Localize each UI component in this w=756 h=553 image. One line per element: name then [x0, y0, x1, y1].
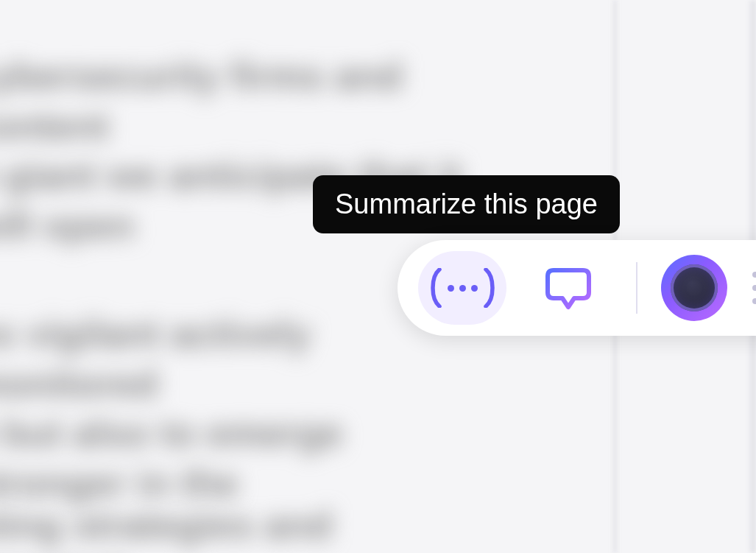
chat-bubble-icon — [542, 261, 595, 314]
assistant-orb-icon — [671, 264, 718, 311]
parentheses-dots-icon — [428, 268, 498, 308]
drag-handle[interactable] — [752, 272, 756, 304]
grip-dot-icon — [752, 272, 756, 278]
assistant-toolbar — [398, 240, 756, 336]
grip-dot-icon — [752, 298, 756, 304]
tooltip-summarize: Summarize this page — [313, 175, 620, 233]
background-text-blur: eting strategies and targeted — [0, 501, 412, 553]
background-text-blur: ns vigilant actively monitored e but als… — [0, 309, 412, 508]
summarize-button[interactable] — [418, 251, 506, 325]
assistant-orb-button[interactable] — [661, 255, 727, 321]
grip-dot-icon — [752, 285, 756, 291]
chat-button[interactable] — [524, 251, 612, 325]
tooltip-text: Summarize this page — [335, 189, 598, 219]
toolbar-divider — [636, 262, 637, 314]
